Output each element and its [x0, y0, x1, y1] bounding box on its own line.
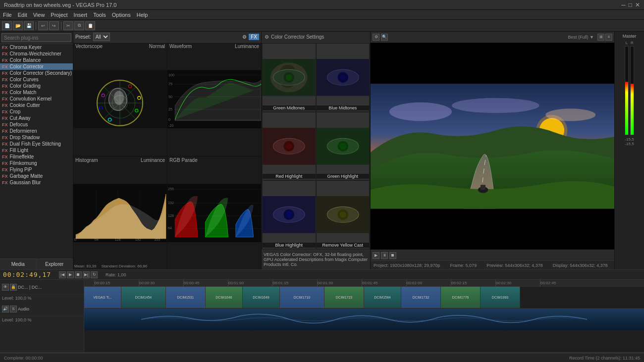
waveform-mode[interactable]: Luminance — [235, 44, 259, 49]
effect-filmeffekte[interactable]: FX Filmeffekte — [0, 154, 73, 160]
new-button[interactable]: 📄 — [2, 21, 12, 30]
audio-mute-btn[interactable]: 🔊 — [2, 306, 9, 312]
tab-explorer[interactable]: Explorer — [37, 259, 73, 269]
effect-color-grading[interactable]: FX Color Grading — [0, 83, 73, 89]
search-input[interactable] — [1, 33, 71, 42]
tl-prev-frame[interactable]: |◀ — [59, 271, 66, 278]
fx-thumb-remove-yellow[interactable]: Remove Yellow Cast — [317, 181, 370, 249]
waveform-label: Waveform — [169, 44, 192, 49]
undo-button[interactable]: ↩ — [38, 21, 48, 30]
svg-rect-79 — [317, 196, 370, 233]
effect-color-corrector-sec[interactable]: FX Color Corrector (Secondary) — [0, 70, 73, 76]
tl-stop[interactable]: ⏹ — [75, 271, 82, 278]
effect-dual-fish[interactable]: FX Dual Fish Eye Stitching — [0, 141, 73, 147]
tab-project-media[interactable]: Media — [0, 259, 37, 269]
audio-level-label: Level: 100,0 % — [2, 317, 32, 322]
menu-edit[interactable]: Edit — [18, 12, 27, 18]
search-box — [0, 32, 73, 44]
clip-dcim1776[interactable]: DCIM1776 — [441, 287, 481, 308]
effect-cookie-cutter[interactable]: FX Cookie Cutter — [0, 102, 73, 108]
clip-dcim1723[interactable]: DCIM1723 — [324, 287, 364, 308]
clip-dcim1710[interactable]: DCIM1710 — [280, 287, 324, 308]
menu-options[interactable]: Options — [112, 12, 131, 18]
preview-settings-btn[interactable]: ⚙ — [373, 34, 379, 41]
preset-select[interactable]: All — [93, 33, 110, 41]
toolbar: 📄 📂 💾 ↩ ↪ ✂ ⧉ 📋 — [0, 20, 644, 32]
fx-thumb-green-midtones[interactable]: Green Midtones — [263, 44, 316, 111]
master-level-right — [631, 84, 634, 135]
fx-thumb-blue-midtones[interactable]: Blue Midtones — [317, 44, 370, 111]
effect-gaussian-blur[interactable]: FX Gaussian Blur — [0, 179, 73, 186]
stop-btn[interactable]: ⏹ — [389, 252, 396, 259]
effect-color-curves[interactable]: FX Color Curves — [0, 76, 73, 83]
ruler-7: 00:02:00 — [406, 280, 422, 286]
fx-thumb-blue-highlight[interactable]: Blue Highlight — [263, 181, 316, 249]
ruler-0: 00:00:15 — [94, 280, 110, 286]
window-controls[interactable]: ─ □ ✕ — [621, 1, 640, 8]
master-meter-left: L — [625, 41, 629, 135]
timeline-ruler: 00:00:15 00:00:30 00:00:45 00:01:00 00:0… — [84, 280, 644, 287]
list-view-btn[interactable]: ≡ — [605, 34, 612, 41]
histogram-mode[interactable]: Luminance — [141, 157, 165, 163]
effect-filmkornung[interactable]: FX Filmkornung — [0, 160, 73, 166]
clip-vegas[interactable]: VEGAS Ti... — [84, 287, 121, 308]
effect-defocus[interactable]: FX Defocus — [0, 121, 73, 128]
clip-dcim1732[interactable]: DCIM1732 — [401, 287, 441, 308]
fx-thumb-red-highlight[interactable]: Red Highlight — [263, 112, 316, 180]
clip-dcim1584[interactable]: DCIM1584 — [364, 287, 401, 308]
video-mute-btn[interactable]: 👁 — [2, 284, 9, 291]
preview-quality[interactable]: Best (Full) ▼ — [568, 35, 594, 40]
effect-drop-shadow[interactable]: FX Drop Shadow — [0, 134, 73, 141]
play-btn[interactable]: ▶ — [373, 252, 379, 259]
fx-icon[interactable]: FX — [249, 34, 259, 40]
clip-dcim1649[interactable]: DCIM1649 — [243, 287, 280, 308]
clip-dcim1531[interactable]: DCIM1531 — [166, 287, 206, 308]
audio-track — [84, 309, 644, 330]
clip-dcim1454[interactable]: DCIM1454 — [121, 287, 166, 308]
audio-solo-btn[interactable]: S — [10, 306, 17, 312]
pause-btn[interactable]: ⏸ — [381, 252, 388, 259]
effect-color-match[interactable]: FX Color Match — [0, 89, 73, 96]
preview-zoom-btn[interactable]: 🔍 — [381, 34, 388, 41]
effect-chroma-keyer[interactable]: FX Chroma Keyer — [0, 44, 73, 51]
vectorscope-mode[interactable]: Normal — [149, 44, 165, 49]
clip-dcim1993[interactable]: DCIM1993 — [481, 287, 520, 308]
effect-crop[interactable]: FX Crop — [0, 108, 73, 115]
waveform-panel: Waveform Luminance 100 75 50 25 0 -20 — [167, 43, 261, 156]
effect-deformieren[interactable]: FX Deformieren — [0, 128, 73, 134]
svg-rect-54 — [263, 59, 316, 96]
histogram-svg: 0 64 128 192 255 — [73, 156, 167, 270]
right-panel: Master L R -15,5 -15,5 — [614, 32, 644, 269]
effect-garbage-matte[interactable]: FX Garbage Matte — [0, 173, 73, 179]
menu-tools[interactable]: Tools — [93, 12, 106, 18]
effect-chroma-weich[interactable]: FX Chroma-Weichzeichner — [0, 51, 73, 57]
effect-color-corrector[interactable]: FX Color Corrector — [0, 63, 73, 70]
tl-play[interactable]: ▶ — [67, 271, 74, 278]
settings-icon[interactable]: ⚙ — [242, 34, 247, 40]
menu-file[interactable]: File — [3, 12, 12, 18]
copy-button[interactable]: ⧉ — [74, 21, 84, 30]
fx-thumb-green-highlight[interactable]: Green Highlight — [317, 112, 370, 180]
menu-help[interactable]: Help — [137, 12, 148, 18]
clip-dcim1646[interactable]: DCIM1646 — [206, 287, 243, 308]
redo-button[interactable]: ↪ — [49, 21, 59, 30]
grid-view-btn[interactable]: ⊞ — [597, 34, 604, 41]
effect-fill-light[interactable]: FX Fill Light — [0, 147, 73, 154]
menu-view[interactable]: View — [33, 12, 45, 18]
paste-button[interactable]: 📋 — [85, 21, 95, 30]
menu-insert[interactable]: Insert — [74, 12, 88, 18]
minimize-button[interactable]: ─ — [621, 1, 626, 8]
menu-project[interactable]: Project — [51, 12, 67, 18]
close-button[interactable]: ✕ — [635, 1, 640, 8]
effect-cut-away[interactable]: FX Cut Away — [0, 115, 73, 121]
cut-button[interactable]: ✂ — [63, 21, 73, 30]
effect-conv-kernel[interactable]: FX Convolution Kernel — [0, 96, 73, 102]
open-button[interactable]: 📂 — [13, 21, 23, 30]
tl-next-frame[interactable]: ▶| — [83, 271, 90, 278]
video-lock-btn[interactable]: 🔒 — [10, 284, 17, 291]
maximize-button[interactable]: □ — [629, 1, 632, 8]
effect-color-balance[interactable]: FX Color Balance — [0, 57, 73, 63]
effect-flying-pip[interactable]: FX Flying PiP — [0, 166, 73, 173]
save-button[interactable]: 💾 — [24, 21, 34, 30]
tl-loop[interactable]: ↻ — [91, 271, 98, 278]
